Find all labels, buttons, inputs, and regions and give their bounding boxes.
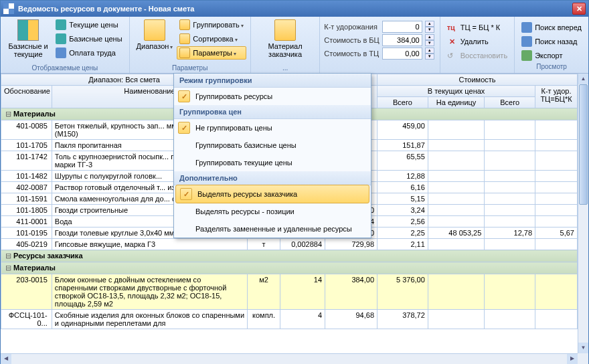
- scroll-thumb[interactable]: [579, 84, 588, 205]
- menu-item-highlight-customer[interactable]: ✓Выделять ресурсы заказчика: [175, 185, 369, 203]
- restore-icon: ↺: [447, 50, 458, 61]
- group-icon: [179, 19, 190, 30]
- tc-input[interactable]: [382, 48, 422, 60]
- menu-item-highlight-positions[interactable]: Выделять ресурсы - позиции: [174, 203, 371, 220]
- menu-section: Группировка цен: [174, 105, 371, 119]
- tc-formula-button[interactable]: тцТЦ = БЦ * К: [444, 21, 510, 34]
- close-button[interactable]: ✕: [572, 3, 586, 15]
- scroll-right-icon[interactable]: ▶: [567, 354, 578, 364]
- col-header: Всего: [485, 97, 535, 108]
- scroll-left-icon[interactable]: ◀: [1, 354, 11, 364]
- table-row[interactable]: ФССЦ-101-0...Скобяные изделия для оконны…: [1, 310, 578, 329]
- menu-section: Дополнительно: [174, 171, 371, 185]
- labor-icon: [56, 48, 66, 58]
- formula-icon: тц: [447, 22, 458, 33]
- col-header: Стоимость: [377, 74, 578, 86]
- col-header: Обоснование: [1, 86, 52, 108]
- customer-material-button[interactable]: Материал заказчика: [255, 18, 315, 60]
- base-current-button[interactable]: Базисные и текущие: [5, 18, 52, 60]
- restore-button[interactable]: ↺Восстановить: [444, 49, 510, 62]
- parameters-button[interactable]: Параметры: [177, 46, 246, 60]
- range-button[interactable]: Диапазон: [134, 18, 176, 53]
- price-icon: [56, 19, 66, 30]
- k-input[interactable]: [382, 21, 422, 33]
- table-row[interactable]: 203-0015Блоки оконные с двойным остеклен…: [1, 274, 578, 310]
- menu-item-split-replaced[interactable]: Разделять замененные и удаленные ресурсы: [174, 220, 371, 238]
- export-button[interactable]: Экспорт: [519, 49, 584, 62]
- k-label: К-т удорожания: [324, 23, 379, 31]
- menu-section: Режим группировки: [174, 74, 371, 88]
- sort-button[interactable]: Сортировка: [177, 32, 246, 46]
- labor-pay-button[interactable]: Оплата труда: [53, 46, 124, 60]
- horizontal-scrollbar[interactable]: ◀ ▶: [1, 353, 578, 364]
- col-header: К-т удор. ТЦ=БЦ*К: [535, 86, 578, 108]
- table-icon: [17, 19, 39, 41]
- bc-input[interactable]: [382, 34, 422, 46]
- group-row[interactable]: Материалы: [1, 262, 578, 274]
- col-header: Всего: [377, 97, 428, 108]
- bc-label: Стоимость в БЦ: [324, 36, 379, 44]
- menu-item-group-base-prices[interactable]: Группировать базисные цены: [174, 136, 371, 154]
- parameters-menu: Режим группировки ✓Группировать ресурсы …: [173, 73, 371, 238]
- group-row[interactable]: Ресурсы заказчика: [1, 250, 578, 262]
- sort-icon: [179, 33, 190, 44]
- titlebar[interactable]: Ведомость ресурсов в документе - Новая с…: [1, 1, 588, 17]
- base-prices-button[interactable]: Базисные цены: [53, 32, 124, 46]
- export-icon: [521, 50, 532, 61]
- menu-item-group-current-prices[interactable]: Группировать текущие цены: [174, 154, 371, 171]
- group-label: Просмотр: [519, 62, 584, 72]
- search-icon: [521, 22, 532, 33]
- scroll-down-icon[interactable]: ▼: [578, 343, 588, 353]
- group-label: ...: [255, 64, 315, 73]
- current-prices-button[interactable]: Текущие цены: [53, 18, 124, 31]
- delete-button[interactable]: ✕Удалить: [444, 35, 510, 48]
- tc-label: Стоимость в ТЦ: [324, 50, 379, 58]
- price-icon: [56, 33, 66, 44]
- bc-spinner[interactable]: ▲▼: [425, 34, 434, 46]
- material-icon: [274, 19, 296, 41]
- app-icon: [3, 3, 14, 14]
- group-button[interactable]: Группировать: [177, 18, 246, 31]
- delete-icon: ✕: [447, 36, 458, 47]
- col-header: На единицу: [428, 97, 484, 108]
- table-row[interactable]: 405-0219Гипсовые вяжущие, марка Г3т0,002…: [1, 239, 578, 250]
- search-back-button[interactable]: Поиск назад: [519, 35, 584, 48]
- menu-item-no-group-prices[interactable]: ✓Не группировать цены: [174, 119, 371, 136]
- search-forward-button[interactable]: Поиск вперед: [519, 21, 584, 34]
- params-icon: [179, 48, 190, 58]
- scroll-up-icon[interactable]: ▲: [578, 74, 588, 84]
- group-label: Отображаемые цены: [5, 64, 125, 73]
- vertical-scrollbar[interactable]: ▲ ▼: [578, 74, 588, 353]
- menu-item-group-resources[interactable]: ✓Группировать ресурсы: [174, 88, 371, 105]
- col-header: В текущих ценах: [377, 86, 535, 97]
- window-title: Ведомость ресурсов в документе - Новая с…: [18, 5, 194, 13]
- ribbon: Базисные и текущие Текущие цены Базисные…: [1, 17, 588, 74]
- group-label: Параметры: [134, 64, 246, 73]
- k-spinner[interactable]: ▲▼: [425, 21, 434, 33]
- tc-spinner[interactable]: ▲▼: [425, 48, 434, 60]
- range-icon: [144, 19, 165, 41]
- search-icon: [521, 36, 532, 47]
